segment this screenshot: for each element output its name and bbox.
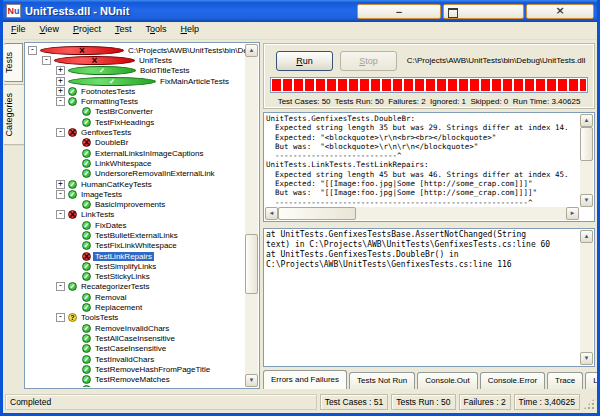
tree-node[interactable]: HumanCatKeyTests xyxy=(26,179,245,189)
tree-node-label[interactable]: LinkWhitespace xyxy=(93,159,153,168)
window-button-icon[interactable] xyxy=(526,4,594,19)
tree-node-label[interactable]: FormattingTests xyxy=(79,97,140,106)
tree-node[interactable]: TestInvalidChars xyxy=(26,354,245,364)
tree-node[interactable]: DoubleBr xyxy=(26,138,245,148)
stack-trace-box[interactable]: at UnitTests.GenfixesTestsBase.AssertNot… xyxy=(263,228,595,367)
scroll-thumb[interactable] xyxy=(278,207,356,220)
menu-item[interactable]: Help xyxy=(174,22,207,39)
expander-icon[interactable] xyxy=(56,77,65,86)
result-tab[interactable]: Trace xyxy=(547,372,583,389)
tree-node[interactable]: RemoveInvalidChars xyxy=(26,323,245,333)
scroll-up-icon[interactable]: ▲ xyxy=(245,44,258,57)
menu-item[interactable]: Tools xyxy=(138,22,173,39)
tree-node-label[interactable]: TestFixLinkWhitespace xyxy=(93,241,179,250)
tree-node-label[interactable]: TestRemoveHashFromPageTitle xyxy=(93,365,212,374)
result-tab[interactable]: Console.Error xyxy=(480,372,545,389)
tree-node-label[interactable]: TestAllCaseInsensitive xyxy=(93,334,177,343)
tree-node-label[interactable]: ToolsTests xyxy=(79,313,120,322)
side-tab[interactable]: Tests xyxy=(4,43,23,82)
tree-node-label[interactable]: DoubleBr xyxy=(93,138,130,147)
tree-node-label[interactable]: C:\Projects\AWB\UnitTests\bin\Debug\Unit… xyxy=(126,46,210,55)
tree-node[interactable]: LinkTests xyxy=(26,210,245,220)
scroll-thumb[interactable] xyxy=(580,127,593,161)
errors-hscrollbar[interactable]: ◄ ► xyxy=(265,207,579,220)
expander-icon[interactable] xyxy=(56,87,65,96)
expander-icon[interactable] xyxy=(56,128,65,137)
tree-node[interactable]: ExternalLinksInImageCaptions xyxy=(26,148,245,158)
tree-node[interactable]: FixDates xyxy=(26,220,245,230)
tree-node[interactable]: TestRemoveMatches xyxy=(26,375,245,385)
expander-icon[interactable] xyxy=(56,180,65,189)
run-button[interactable]: Run xyxy=(276,51,333,71)
tree-node-label[interactable]: RemoveInvalidChars xyxy=(93,324,171,333)
scroll-up-icon[interactable]: ▲ xyxy=(580,114,593,127)
tree-node[interactable]: UnitTests xyxy=(26,55,107,65)
tree-node-label[interactable]: Removal xyxy=(93,293,129,302)
expander-icon[interactable] xyxy=(56,97,65,106)
scroll-up-icon[interactable]: ▲ xyxy=(580,230,593,243)
scroll-down-icon[interactable]: ▼ xyxy=(245,374,258,387)
tree-node-label[interactable]: TestBulletExternalLinks xyxy=(93,231,180,240)
result-tab[interactable]: Console.Out xyxy=(417,372,477,389)
tree-node[interactable]: TestStickyLinks xyxy=(26,272,245,282)
tree-node-label[interactable]: HumanCatKeyTests xyxy=(79,180,154,189)
title-bar[interactable]: Nu UnitTests.dll - NUnit xyxy=(3,0,597,22)
expander-icon[interactable] xyxy=(56,190,65,199)
tree-node[interactable]: BasicImprovements xyxy=(26,199,245,209)
tree-node[interactable]: FootnotesTests xyxy=(26,86,245,96)
tree-node[interactable]: GenfixesTests xyxy=(26,127,245,137)
tree-node[interactable]: Replacement xyxy=(26,302,245,312)
tree-node[interactable]: ImageTests xyxy=(26,189,245,199)
tree-node-label[interactable]: Replacement xyxy=(93,303,144,312)
tree-node-label[interactable]: FixMainArticleTests xyxy=(158,77,231,86)
tree-node-label[interactable]: ExternalLinksInImageCaptions xyxy=(93,149,206,158)
tree-node-label[interactable]: TestInvalidChars xyxy=(93,355,156,364)
tree-node-label[interactable]: ImageTests xyxy=(79,190,124,199)
scroll-thumb[interactable] xyxy=(245,234,258,294)
tree-node-label[interactable]: TestLinkRepairs xyxy=(93,252,154,261)
tree-node-label[interactable]: BoldTitleTests xyxy=(138,66,192,75)
tree-node[interactable]: FixMainArticleTests xyxy=(26,76,114,86)
tree-node[interactable]: TestLinkRepairs xyxy=(26,251,245,261)
stop-button[interactable]: Stop xyxy=(340,51,397,71)
tree-node[interactable]: TestSimplifyLinks xyxy=(26,261,245,271)
window-button-icon[interactable] xyxy=(443,4,524,19)
tree-node[interactable]: TestFixHeadings xyxy=(26,117,245,127)
menu-item[interactable]: File xyxy=(4,22,33,39)
tree-node-label[interactable]: GenfixesTests xyxy=(79,128,133,137)
tree-node-label[interactable]: LinkTests xyxy=(79,210,116,219)
tree-node[interactable]: TestFixLinkWhitespace xyxy=(26,241,245,251)
menu-item[interactable]: Project xyxy=(66,22,108,39)
menu-item[interactable]: View xyxy=(33,22,66,39)
tree-node-label[interactable]: TestSimplifyLinks xyxy=(93,262,158,271)
expander-icon[interactable] xyxy=(56,282,65,291)
tree-node[interactable]: FormattingTests xyxy=(26,96,245,106)
tree-node[interactable] xyxy=(26,385,245,387)
tree-node[interactable]: UndersoreRemovalInExternalLink xyxy=(26,169,245,179)
result-tab[interactable]: Errors and Failures xyxy=(263,370,347,389)
scroll-down-icon[interactable]: ▼ xyxy=(580,194,593,207)
errors-output-box[interactable]: UnitTests.GenfixesTests.DoubleBr: Expect… xyxy=(263,112,595,222)
tree-node-label[interactable]: TestRemoveMatches xyxy=(93,375,172,384)
tree-node[interactable]: TestAllCaseInsensitive xyxy=(26,333,245,343)
tree-node[interactable]: BoldTitleTests xyxy=(26,66,94,76)
result-tab[interactable]: Tests Not Run xyxy=(349,372,415,389)
tree-node-label[interactable]: RecategorizerTests xyxy=(79,282,151,291)
tree-node[interactable]: ToolsTests xyxy=(26,313,245,323)
tree-node[interactable]: C:\Projects\AWB\UnitTests\bin\Debug\Unit… xyxy=(26,45,110,55)
tree-node-label[interactable]: FootnotesTests xyxy=(79,87,137,96)
scroll-right-icon[interactable]: ► xyxy=(566,207,579,220)
errors-vscrollbar[interactable]: ▲ ▼ xyxy=(580,114,593,207)
expander-icon[interactable] xyxy=(42,56,51,65)
tree-scrollbar[interactable]: ▲ ▼ xyxy=(245,44,258,387)
tree-node[interactable]: TestBulletExternalLinks xyxy=(26,230,245,240)
tree-node[interactable]: LinkWhitespace xyxy=(26,158,245,168)
tree-node-label[interactable]: FixDates xyxy=(93,221,129,230)
resize-grip-icon[interactable] xyxy=(583,398,595,410)
tree-node-label[interactable]: TestCaseInsensitive xyxy=(93,344,168,353)
tree-node-label[interactable]: UnitTests xyxy=(137,56,174,65)
tree-node[interactable]: TestCaseInsensitive xyxy=(26,344,245,354)
tree-node[interactable]: RecategorizerTests xyxy=(26,282,245,292)
result-tab[interactable]: Log xyxy=(585,372,600,389)
expander-icon[interactable] xyxy=(28,46,37,55)
